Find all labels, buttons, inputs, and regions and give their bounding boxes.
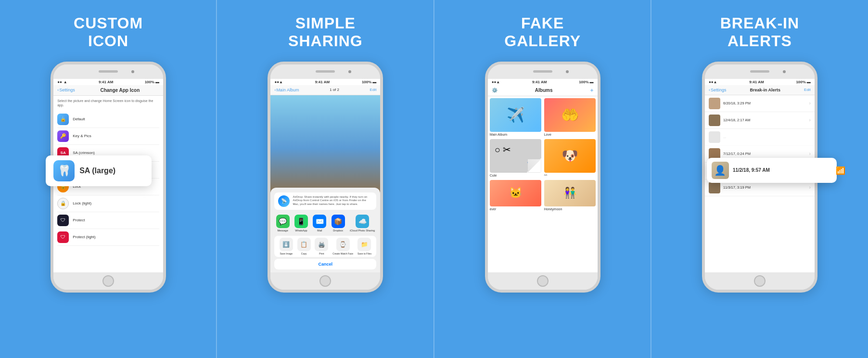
panel-2-title: SIMPLE SHARING	[288, 14, 363, 50]
camera-2	[348, 70, 351, 73]
phone-bottom-2	[270, 272, 380, 290]
phone-top-1	[53, 64, 163, 79]
album-honeymoon[interactable]: 👫 Honeymoon	[544, 180, 596, 211]
alert-avatar-6	[709, 182, 720, 193]
share-app-message[interactable]: 💬 Message	[276, 215, 290, 232]
screen-3: ●●▲ 9:41 AM 100% ▬ ⚙️ Albums +	[488, 79, 598, 272]
album-love[interactable]: 🤲 Love	[544, 98, 596, 136]
panel-1-title: CUSTOM ICON	[74, 14, 143, 50]
back-button-2[interactable]: ‹ Main Album	[274, 88, 299, 92]
status-bar-3: ●●▲ 9:41 AM 100% ▬	[488, 79, 598, 85]
tooltip-icon: 🦷	[53, 160, 75, 181]
signal-icon: 📶	[836, 166, 845, 175]
alerts-list: 6/20/18, 3:29 PM › 12/4/18, 2:17 AM › ..…	[705, 95, 815, 272]
alert-row-2[interactable]: 12/4/18, 2:17 AM ›	[705, 112, 815, 129]
albums-section: ✈️ Main Album 🤲 Love	[488, 96, 598, 272]
action-save-image[interactable]: ⬇️ Save Image	[280, 238, 293, 255]
phone-bottom-1	[53, 272, 163, 290]
airdrop-icon: 📡	[278, 195, 290, 207]
icon-lock-light: 🔒	[57, 198, 69, 209]
panel-custom-icon: CUSTOM ICON ●● ▲ 9:41 AM 100%	[0, 0, 217, 358]
album-cute[interactable]: ○ ✂ 🐾 Cute	[490, 139, 541, 177]
gallery-nav: ⚙️ Albums +	[488, 85, 598, 96]
back-button-4[interactable]: ‹ Settings	[709, 88, 727, 92]
speaker-4	[750, 70, 769, 73]
photo-area: 😎👩 📡 AirDrop: Share instantly with peopl…	[270, 95, 380, 272]
nav-bar-1: ‹ Settings Change App Icon	[53, 85, 163, 96]
home-button-1[interactable]	[102, 275, 114, 287]
share-app-whatsapp[interactable]: 📱 WhatsApp	[294, 215, 308, 232]
phone-top-2	[270, 64, 380, 79]
alert-avatar-2	[709, 115, 720, 126]
albums-grid-row2: 🐱 ever 👫 Honeymoon	[490, 180, 596, 211]
alert-avatar-1	[709, 98, 720, 109]
phone-bottom-3	[488, 272, 598, 290]
share-sheet: 📡 AirDrop: Share instantly with people n…	[270, 188, 380, 272]
notification-popup: 👤 11/2/18, 9:57 AM 📶	[707, 158, 837, 183]
share-app-mail[interactable]: ✉️ Mail	[313, 215, 326, 232]
action-watch-face[interactable]: ⌚ Create Watch Face	[332, 238, 353, 255]
icon-row-protect-light[interactable]: 🛡 Protect (light)	[57, 229, 159, 246]
album-cat[interactable]: 🐱 ever	[490, 180, 541, 211]
panel-fake-gallery: FAKE GALLERY ●●▲ 9:41 AM 100% ▬ ⚙️ Album…	[434, 0, 651, 358]
panel-break-in-alerts: BREAK-IN ALERTS ●●▲ 9:41 AM 100% ▬	[651, 0, 868, 358]
status-bar-2: ●●▲ 9:41 AM 100% ▬	[270, 79, 380, 85]
album-dog[interactable]: 🐶 ^^	[544, 139, 596, 177]
icon-row-lock-light[interactable]: 🔒 Lock (light)	[57, 195, 159, 212]
tooltip-popup: 🦷 SA (large)	[46, 155, 152, 186]
alert-row-3[interactable]: ...	[705, 129, 815, 146]
status-bar-4: ●●▲ 9:41 AM 100% ▬	[705, 79, 815, 85]
status-bar-1: ●● ▲ 9:41 AM 100% ▬	[53, 79, 163, 85]
phone-top-3	[488, 64, 598, 79]
icon-row-protect[interactable]: 🛡 Protect	[57, 212, 159, 229]
cancel-button[interactable]: Cancel	[274, 259, 376, 269]
icon-protect-light: 🛡	[57, 231, 69, 243]
panel-3-title: FAKE GALLERY	[504, 14, 581, 50]
icon-key: 🔑	[57, 130, 69, 142]
share-actions-row: ⬇️ Save Image 📋 Copy 🖨️ Print ⌚	[274, 236, 376, 257]
alert-row-1[interactable]: 6/20/18, 3:29 PM ›	[705, 95, 815, 112]
albums-grid: ✈️ Main Album 🤲 Love	[490, 98, 596, 177]
alert-avatar-3	[709, 131, 720, 143]
camera-1	[131, 70, 134, 73]
home-button-2[interactable]	[319, 275, 331, 287]
share-apps-row: 💬 Message 📱 WhatsApp ✉️	[270, 213, 380, 234]
camera-3	[566, 70, 569, 73]
phone-bottom-4	[705, 272, 815, 290]
share-app-icloud[interactable]: ☁️ iCloud Photo Sharing	[350, 215, 375, 232]
phone-3: ●●▲ 9:41 AM 100% ▬ ⚙️ Albums +	[485, 62, 600, 293]
action-save-files[interactable]: 📁 Save to Files	[357, 238, 371, 255]
action-print[interactable]: 🖨️ Print	[315, 238, 328, 255]
album-main[interactable]: ✈️ Main Album	[490, 98, 541, 136]
home-button-4[interactable]	[754, 275, 766, 287]
airdrop-info: 📡 AirDrop: Share instantly with people n…	[274, 192, 376, 210]
icon-protect: 🛡	[57, 215, 69, 226]
icon-row-key[interactable]: 🔑 Key & Pics	[57, 128, 159, 145]
share-app-dropbox[interactable]: 📦 Dropbox	[332, 215, 345, 232]
alerts-nav: ‹ Settings Break-in Alerts Edit	[705, 85, 815, 95]
panel-4-title: BREAK-IN ALERTS	[720, 14, 799, 50]
panel-simple-sharing: SIMPLE SHARING ●●▲ 9:41 AM 100% ▬ ‹ Main	[217, 0, 434, 358]
camera-4	[783, 70, 786, 73]
action-copy[interactable]: 📋 Copy	[297, 238, 311, 255]
notif-avatar: 👤	[712, 162, 729, 179]
back-button-1[interactable]: ‹ Settings	[57, 88, 75, 92]
icon-row-default[interactable]: 🔒 Default	[57, 111, 159, 128]
speaker-3	[533, 70, 552, 73]
phone-2: ●●▲ 9:41 AM 100% ▬ ‹ Main Album 1 of 2 E…	[268, 62, 383, 293]
speaker-1	[99, 70, 118, 73]
nav-bar-2: ‹ Main Album 1 of 2 Edit	[270, 85, 380, 95]
home-button-3[interactable]	[537, 275, 549, 287]
screen-2: ●●▲ 9:41 AM 100% ▬ ‹ Main Album 1 of 2 E…	[270, 79, 380, 272]
speaker-2	[316, 70, 335, 73]
icon-default: 🔒	[57, 114, 69, 125]
phone-top-4	[705, 64, 815, 79]
